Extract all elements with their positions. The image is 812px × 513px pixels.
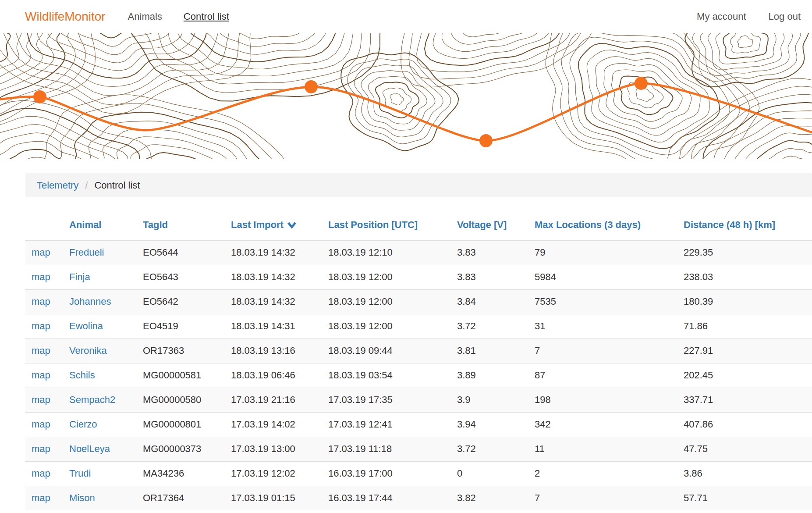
tag-id-cell: MG00000580 <box>143 394 201 405</box>
last-import-cell: 18.03.19 14:32 <box>231 271 295 282</box>
animal-link[interactable]: NoelLeya <box>69 443 110 454</box>
max-locations-cell: 79 <box>535 247 545 258</box>
column-header-last-import[interactable]: Last Import <box>225 210 322 240</box>
map-link-td: map <box>25 437 63 462</box>
animal-link[interactable]: Johannes <box>69 296 111 307</box>
column-header-label: Last Import <box>231 219 284 230</box>
distance-cell-td: 57.71 <box>677 486 812 511</box>
map-link[interactable]: map <box>32 247 50 258</box>
last-import-cell-td: 17.03.19 12:02 <box>225 462 322 486</box>
column-header-label: Distance (48 h) [km] <box>684 219 775 230</box>
last-import-cell: 17.03.19 14:02 <box>231 419 295 430</box>
map-link[interactable]: map <box>32 468 50 479</box>
last-position-cell: 18.03.19 09:44 <box>328 345 393 356</box>
max-locations-cell: 342 <box>535 419 551 430</box>
nav-item-control-list[interactable]: Control list <box>184 11 229 22</box>
tag-id-cell: MG00000373 <box>143 443 201 454</box>
breadcrumb-link-telemetry[interactable]: Telemetry <box>37 180 78 191</box>
track-point <box>479 134 493 147</box>
table-container: AnimalTagIdLast ImportLast Position [UTC… <box>25 210 812 510</box>
last-position-cell: 16.03.19 17:44 <box>328 492 393 503</box>
nav-right: My account Log out <box>697 11 801 22</box>
last-import-cell-td: 18.03.19 14:31 <box>225 314 322 339</box>
map-link[interactable]: map <box>32 443 50 454</box>
map-link[interactable]: map <box>32 345 50 356</box>
column-header-voltage[interactable]: Voltage [V] <box>451 210 528 240</box>
animal-link[interactable]: Fredueli <box>69 247 104 258</box>
animal-link[interactable]: Trudi <box>69 468 91 479</box>
animal-link[interactable]: Veronika <box>69 345 107 356</box>
nav-item-animals[interactable]: Animals <box>128 11 162 22</box>
voltage-cell: 0 <box>457 468 462 479</box>
map-link[interactable]: map <box>32 321 50 331</box>
distance-cell-td: 337.71 <box>677 388 812 413</box>
animal-link[interactable]: Sempach2 <box>69 394 115 405</box>
distance-cell: 407.86 <box>684 419 713 430</box>
animal-link-td: Sempach2 <box>63 388 137 413</box>
map-link[interactable]: map <box>32 419 50 430</box>
contour-lines <box>0 33 812 159</box>
column-header-last-position[interactable]: Last Position [UTC] <box>322 210 451 240</box>
voltage-cell: 3.9 <box>457 394 471 405</box>
column-header-max-locations[interactable]: Max Locations (3 days) <box>528 210 677 240</box>
table-header-row: AnimalTagIdLast ImportLast Position [UTC… <box>25 210 812 240</box>
animal-link-td: NoelLeya <box>63 437 137 462</box>
map-link-td: map <box>25 339 63 363</box>
last-import-cell: 18.03.19 14:32 <box>231 296 295 307</box>
distance-cell-td: 202.45 <box>677 363 812 388</box>
map-link[interactable]: map <box>32 370 50 381</box>
map-link[interactable]: map <box>32 492 50 503</box>
column-header-animal[interactable]: Animal <box>63 210 137 240</box>
animal-link[interactable]: Ewolina <box>69 321 103 331</box>
nav-item-my-account[interactable]: My account <box>697 11 746 22</box>
table-row: mapCierzoMG0000080117.03.19 14:0217.03.1… <box>25 413 812 437</box>
last-import-cell-td: 17.03.19 01:15 <box>225 486 322 511</box>
map-link[interactable]: map <box>32 296 50 307</box>
animal-link[interactable]: Finja <box>69 271 90 282</box>
tag-id-cell-td: MA34236 <box>137 462 225 486</box>
map-link-td: map <box>25 314 63 339</box>
animal-link[interactable]: Schils <box>69 370 95 381</box>
tag-id-cell: EO5643 <box>143 271 178 282</box>
last-position-cell-td: 18.03.19 09:44 <box>322 339 451 363</box>
table-row: mapEwolinaEO451918.03.19 14:3118.03.19 1… <box>25 314 812 339</box>
last-position-cell-td: 18.03.19 12:00 <box>322 265 451 290</box>
distance-cell-td: 180.39 <box>677 290 812 314</box>
map-link[interactable]: map <box>32 271 50 282</box>
track-point <box>305 80 318 93</box>
max-locations-cell: 7 <box>535 345 540 356</box>
map-link-td: map <box>25 388 63 413</box>
brand-logo[interactable]: WildlifeMonitor <box>25 10 106 24</box>
last-position-cell: 18.03.19 03:54 <box>328 370 393 381</box>
map-link-td: map <box>25 265 63 290</box>
tag-id-cell: MA34236 <box>143 468 184 479</box>
tag-id-cell: EO5642 <box>143 296 178 307</box>
animal-link[interactable]: Cierzo <box>69 419 97 430</box>
column-header-tagid[interactable]: TagId <box>137 210 225 240</box>
tag-id-cell: OR17363 <box>143 345 184 356</box>
nav-item-log-out[interactable]: Log out <box>769 11 801 22</box>
column-header-label: Max Locations (3 days) <box>535 219 641 230</box>
voltage-cell: 3.94 <box>457 419 476 430</box>
column-header-distance[interactable]: Distance (48 h) [km] <box>677 210 812 240</box>
map-link[interactable]: map <box>32 394 50 405</box>
voltage-cell-td: 3.84 <box>451 290 528 314</box>
table-row: mapTrudiMA3423617.03.19 12:0216.03.19 17… <box>25 462 812 486</box>
last-position-cell: 18.03.19 12:10 <box>328 247 393 258</box>
tag-id-cell: EO4519 <box>143 321 178 331</box>
tag-id-cell-td: MG00000373 <box>137 437 225 462</box>
distance-cell-td: 47.75 <box>677 437 812 462</box>
animal-link[interactable]: Mison <box>69 492 95 503</box>
control-list-table: AnimalTagIdLast ImportLast Position [UTC… <box>25 210 812 510</box>
voltage-cell-td: 0 <box>451 462 528 486</box>
tag-id-cell-td: MG00000801 <box>137 413 225 437</box>
max-locations-cell-td: 31 <box>528 314 677 339</box>
max-locations-cell-td: 7 <box>528 486 677 511</box>
track-point <box>635 77 648 90</box>
column-header-label: TagId <box>143 219 168 230</box>
max-locations-cell-td: 7 <box>528 339 677 363</box>
tag-id-cell: MG00000581 <box>143 370 201 381</box>
max-locations-cell-td: 342 <box>528 413 677 437</box>
breadcrumb-separator: / <box>85 180 88 191</box>
sort-desc-icon <box>287 222 296 228</box>
